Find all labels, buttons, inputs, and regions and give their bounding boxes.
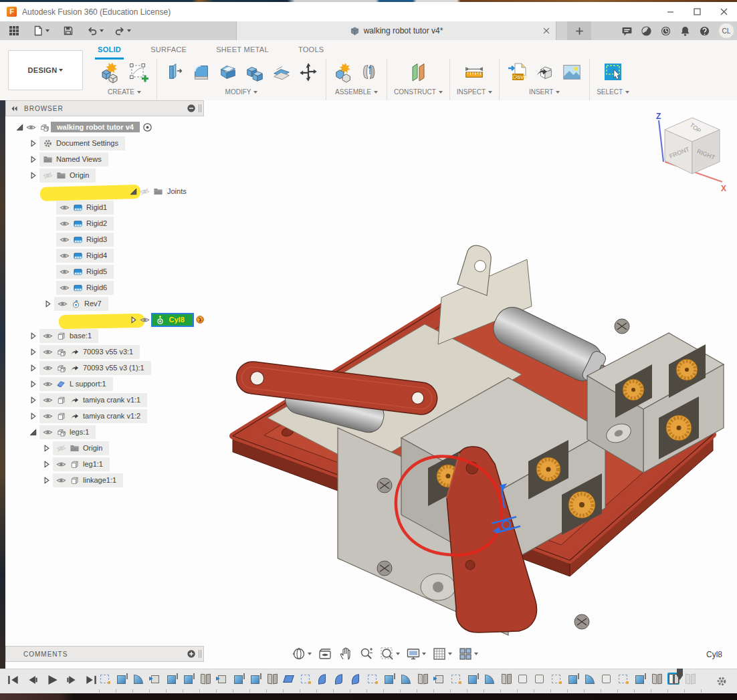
eye-off-icon[interactable]: [56, 443, 66, 453]
timeline-feature-revolve[interactable]: [350, 673, 362, 685]
eye-icon[interactable]: [43, 379, 53, 389]
collapsed-arrow-icon[interactable]: [28, 154, 38, 164]
collapsed-arrow-icon[interactable]: [28, 395, 38, 405]
collapsed-arrow-icon[interactable]: [128, 315, 138, 325]
browser-item-leg1[interactable]: leg1:1: [5, 456, 204, 472]
timeline-feature-extrude[interactable]: [249, 673, 261, 685]
collapsed-arrow-icon[interactable]: [28, 170, 38, 181]
grid-button[interactable]: [432, 647, 452, 661]
timeline-feature-plane[interactable]: [283, 673, 295, 685]
timeline-feature-derive[interactable]: [216, 673, 228, 685]
timeline-feature-sketch[interactable]: [617, 673, 629, 685]
browser-item-named-views[interactable]: Named Views: [5, 151, 204, 167]
eye-icon[interactable]: [56, 475, 66, 485]
timeline-feature-body[interactable]: [534, 673, 546, 685]
eye-icon[interactable]: [140, 315, 150, 325]
timeline-settings-gear-icon[interactable]: [716, 675, 728, 687]
go-to-end-button[interactable]: [84, 675, 98, 685]
timeline-feature-extrude[interactable]: [383, 673, 395, 685]
panel-hide-icon[interactable]: [187, 104, 196, 113]
eye-icon[interactable]: [58, 299, 68, 309]
browser-item-cyl8[interactable]: Cyl8: [5, 312, 204, 328]
eye-icon[interactable]: [43, 331, 53, 341]
eye-icon[interactable]: [60, 219, 70, 229]
timeline-feature-extrude[interactable]: [634, 673, 646, 685]
browser-item-70093-v55-v3-1[interactable]: 70093 v55 v3:1: [5, 344, 204, 360]
browser-item-rigid2[interactable]: Rigid2: [5, 215, 204, 231]
browser-item-rigid1[interactable]: Rigid1: [5, 199, 204, 215]
browser-item-origin[interactable]: Origin: [5, 167, 204, 183]
orbit-button[interactable]: [292, 647, 312, 661]
browser-item-document-settings[interactable]: Document Settings: [5, 135, 204, 151]
timeline-feature-joint[interactable]: [417, 673, 429, 685]
timeline-feature-sketch[interactable]: [450, 673, 462, 685]
panel-resize-handle[interactable]: [199, 104, 202, 112]
fit-button[interactable]: [380, 647, 400, 661]
timeline-feature-joint-selected[interactable]: [667, 673, 679, 685]
eye-icon[interactable]: [43, 427, 53, 437]
step-forward-button[interactable]: [65, 675, 78, 685]
browser-item-rigid3[interactable]: Rigid3: [5, 231, 204, 247]
expanded-arrow-icon[interactable]: [15, 122, 25, 132]
add-comment-icon[interactable]: [187, 649, 196, 659]
timeline-feature-revolve[interactable]: [316, 673, 328, 685]
eye-icon[interactable]: [60, 251, 70, 261]
timeline-feature-sketch[interactable]: [300, 673, 312, 685]
browser-item-tamiya-crank-2[interactable]: tamiya crank v1:2: [5, 408, 204, 424]
timeline-feature-body[interactable]: [517, 673, 529, 685]
collapsed-arrow-icon[interactable]: [28, 331, 38, 341]
eye-icon[interactable]: [43, 363, 53, 373]
browser-item-joints[interactable]: Joints: [5, 183, 204, 199]
timeline-feature-joint[interactable]: [266, 673, 278, 685]
browser-item-legs-origin[interactable]: Origin: [5, 440, 204, 456]
browser-item-rigid5[interactable]: Rigid5: [5, 263, 204, 279]
timeline-feature-extrude[interactable]: [467, 673, 479, 685]
display-settings-button[interactable]: [406, 647, 426, 661]
timeline-feature-extrude[interactable]: [233, 673, 245, 685]
eye-icon[interactable]: [60, 235, 70, 245]
browser-item-legs[interactable]: legs:1: [5, 424, 204, 440]
browser-header[interactable]: BROWSER: [5, 100, 204, 116]
timeline-feature-revolve[interactable]: [333, 673, 345, 685]
timeline-feature-joint[interactable]: [199, 673, 211, 685]
browser-item-root[interactable]: walking robot tutor v4: [5, 119, 204, 135]
timeline-feature-sketch[interactable]: [366, 673, 379, 685]
eye-icon[interactable]: [60, 267, 70, 277]
collapsed-arrow-icon[interactable]: [43, 299, 53, 309]
activate-radio-icon[interactable]: [142, 122, 152, 132]
step-back-button[interactable]: [26, 675, 39, 685]
collapsed-arrow-icon[interactable]: [28, 363, 38, 373]
eye-icon[interactable]: [43, 411, 53, 421]
comments-header[interactable]: COMMENTS: [5, 646, 204, 662]
look-at-button[interactable]: [318, 647, 332, 661]
timeline-feature-fillet[interactable]: [132, 673, 144, 685]
timeline-playhead[interactable]: [677, 669, 683, 680]
collapsed-arrow-icon[interactable]: [28, 379, 38, 389]
timeline-feature-extrude[interactable]: [183, 673, 195, 685]
timeline-feature-fillet[interactable]: [484, 673, 496, 685]
timeline-feature-extrude[interactable]: [166, 673, 178, 685]
timeline-feature-derive[interactable]: [149, 673, 161, 685]
go-to-start-button[interactable]: [7, 675, 20, 685]
browser-item-linkage1[interactable]: linkage1:1: [5, 472, 204, 488]
eye-icon[interactable]: [60, 283, 70, 293]
collapsed-arrow-icon[interactable]: [41, 459, 51, 469]
timeline-feature-extrude[interactable]: [116, 673, 128, 685]
eye-icon[interactable]: [26, 122, 36, 132]
browser-item-base[interactable]: base:1: [5, 328, 204, 344]
eye-icon[interactable]: [60, 203, 70, 213]
panel-resize-handle[interactable]: [199, 650, 202, 658]
timeline-feature-joint[interactable]: [651, 673, 663, 685]
eye-icon[interactable]: [56, 459, 66, 469]
collapsed-arrow-icon[interactable]: [28, 138, 38, 148]
timeline-feature-joint[interactable]: [500, 673, 512, 685]
browser-item-tamiya-crank-1[interactable]: tamiya crank v1:1: [5, 392, 204, 408]
browser-item-rev7[interactable]: Rev7: [5, 296, 204, 312]
timeline-feature-derive[interactable]: [433, 673, 445, 685]
timeline-feature-fillet[interactable]: [400, 673, 412, 685]
timeline-feature-sketch[interactable]: [550, 673, 562, 685]
browser-item-rigid6[interactable]: Rigid6: [5, 279, 204, 296]
collapse-panel-icon[interactable]: [10, 104, 19, 113]
viewports-button[interactable]: [458, 647, 478, 661]
eye-off-icon[interactable]: [140, 187, 150, 197]
